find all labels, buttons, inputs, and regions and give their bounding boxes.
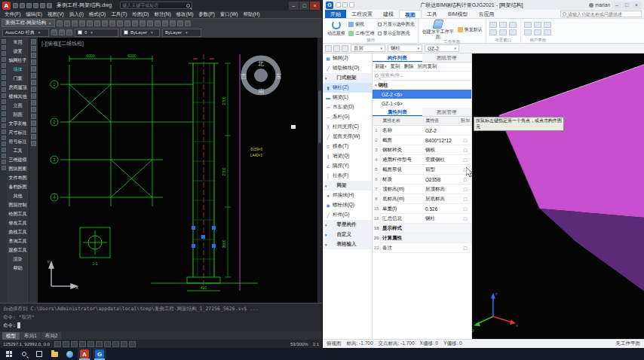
save-icon[interactable]: [72, 20, 78, 26]
property-checkbox[interactable]: ☐: [459, 138, 471, 143]
menu-item[interactable]: 视图(V): [48, 11, 64, 18]
property-checkbox[interactable]: ☐: [459, 206, 471, 212]
restore-default-button[interactable]: 恢复默认: [458, 26, 483, 33]
property-row[interactable]: 22 备注 ☐: [373, 243, 471, 253]
component-list-item[interactable]: GZ-2 <6>: [373, 90, 471, 99]
file-explorer-button[interactable]: [48, 348, 61, 360]
help-search-input[interactable]: [122, 3, 185, 8]
region-icon[interactable]: [31, 134, 36, 139]
white-grip[interactable]: [291, 125, 296, 129]
text-icon[interactable]: [2, 99, 6, 104]
line-icon[interactable]: [31, 39, 36, 44]
property-value[interactable]: 钢板: [424, 147, 459, 154]
nav-item[interactable]: ▮ 钢柱(Z): [323, 83, 372, 93]
nav-item[interactable]: ╱ 辅助轴线(O): [323, 63, 372, 73]
autocad-taskbar-button[interactable]: A: [78, 348, 91, 360]
scrollbar-thumb[interactable]: [318, 90, 321, 143]
command-prompt[interactable]: 命令:: [3, 322, 319, 330]
nav-item[interactable]: ● 焊接球(H): [323, 191, 372, 200]
move-icon[interactable]: [2, 111, 6, 116]
save-icon[interactable]: [26, 3, 32, 8]
command-line-panel[interactable]: 自动保存到 C:\Users\Administrator\appdata\loc…: [0, 303, 322, 331]
snap-icon[interactable]: [54, 341, 61, 347]
new-file-icon[interactable]: [57, 20, 63, 26]
screen-menu-item[interactable]: 文件布图: [7, 173, 29, 182]
menu-item[interactable]: 参数(P): [198, 11, 215, 18]
select-icon[interactable]: [325, 45, 332, 52]
screen-menu-item[interactable]: 渲染: [7, 255, 29, 264]
polar-icon[interactable]: [79, 341, 86, 347]
screen-menu-item[interactable]: 图块图案: [7, 164, 29, 173]
nav-item[interactable]: ◉ 螺栓球(Q): [323, 200, 372, 210]
component-group[interactable]: 钢柱: [373, 81, 471, 90]
property-row[interactable]: 18 显示样式: [373, 224, 471, 233]
property-row[interactable]: 3 钢材种类 钢板 ☐: [373, 145, 471, 155]
browser-button[interactable]: [63, 348, 76, 360]
interlayer-copy-button[interactable]: 层间复制: [418, 63, 437, 70]
copy-component-button[interactable]: 复制: [391, 63, 400, 70]
pan-icon[interactable]: [333, 45, 340, 52]
vertical-split-icon[interactable]: [509, 29, 517, 35]
property-row[interactable]: 5 截面形状 箱型 ☐: [373, 165, 471, 175]
zoom-realtime-icon[interactable]: [155, 20, 161, 26]
maximize-button[interactable]: □: [622, 2, 631, 9]
screen-menu-item[interactable]: 立面: [7, 101, 29, 110]
nav-item[interactable]: ▦ 轴网(J): [323, 53, 372, 63]
save-icon[interactable]: [336, 2, 341, 8]
screen-menu-item[interactable]: 常用: [7, 38, 29, 47]
circle-icon[interactable]: [31, 80, 36, 85]
component-list-item[interactable]: GZ-1 <6>: [373, 99, 471, 108]
function-search-input[interactable]: [568, 12, 639, 17]
start-button[interactable]: [2, 348, 16, 360]
preview-icon[interactable]: [87, 20, 93, 26]
property-checkbox[interactable]: ☐: [459, 167, 471, 172]
mtext-icon[interactable]: [31, 141, 36, 146]
menu-item[interactable]: 标注(N): [155, 11, 171, 18]
navigation-tree-icon[interactable]: [524, 22, 532, 28]
open-icon[interactable]: [64, 20, 70, 26]
polyline-icon[interactable]: [2, 69, 6, 74]
xline-icon[interactable]: [31, 46, 36, 51]
ribbon-tab[interactable]: 工具: [422, 10, 443, 18]
screen-menu-item[interactable]: 设置: [7, 47, 29, 56]
screen-menu-item[interactable]: 门窗: [7, 74, 29, 83]
drawing-manager-icon[interactable]: [524, 29, 532, 35]
polyline-icon[interactable]: [31, 53, 36, 58]
new-component-button[interactable]: 新建▾: [375, 63, 387, 70]
nav-item[interactable]: 表格输入: [323, 239, 372, 249]
property-checkbox[interactable]: ☐: [459, 157, 471, 163]
color-dropdown[interactable]: ByLayer: [121, 29, 160, 37]
nav-item[interactable]: ∠ 隅撑(Y): [323, 161, 372, 171]
dyn-icon[interactable]: [112, 341, 119, 347]
screen-menu-item[interactable]: 绘图工具: [7, 209, 29, 218]
redo-icon[interactable]: [47, 3, 52, 8]
trim-icon[interactable]: [2, 142, 6, 146]
property-checkbox[interactable]: ☐: [459, 197, 471, 202]
plot-icon[interactable]: [79, 20, 85, 26]
screen-menu-item[interactable]: 剖面: [7, 110, 29, 119]
zoom-icon[interactable]: [2, 45, 6, 50]
workplane-status[interactable]: 无工作平面: [616, 340, 641, 347]
viewport-label[interactable]: [-][俯视][二维线框]: [41, 41, 84, 47]
nav-item[interactable]: ╳ 柱间支撑(C): [323, 122, 372, 132]
ortho-icon[interactable]: [71, 341, 78, 347]
component-list-icon[interactable]: [534, 22, 541, 28]
component-name-dropdown[interactable]: GZ-2: [425, 44, 459, 52]
redo-icon[interactable]: [140, 20, 146, 26]
zoom-window-icon[interactable]: [162, 20, 168, 26]
maximize-button[interactable]: □: [299, 2, 309, 10]
nav-item[interactable]: ─ 系杆(G): [323, 112, 372, 122]
properties-panel-icon[interactable]: [544, 22, 551, 28]
property-checkbox[interactable]: ☐: [459, 246, 471, 251]
rectangle-icon[interactable]: [31, 66, 36, 72]
taskbar-search-button[interactable]: [17, 348, 31, 360]
property-row[interactable]: 6 材质 Q235B ☐: [373, 175, 471, 185]
zoom-previous-icon[interactable]: [170, 20, 176, 26]
property-row[interactable]: 2 截面 B400*12*12 ☐: [373, 136, 471, 145]
ellipse-icon[interactable]: [31, 100, 36, 105]
ribbon-tab[interactable]: 开始: [325, 10, 346, 18]
roof-face[interactable]: [499, 65, 644, 218]
properties-icon[interactable]: [177, 20, 183, 26]
screen-menu-item[interactable]: 文字表格: [7, 119, 29, 128]
show-selected-toggle[interactable]: 只显示选中图元: [378, 21, 415, 28]
